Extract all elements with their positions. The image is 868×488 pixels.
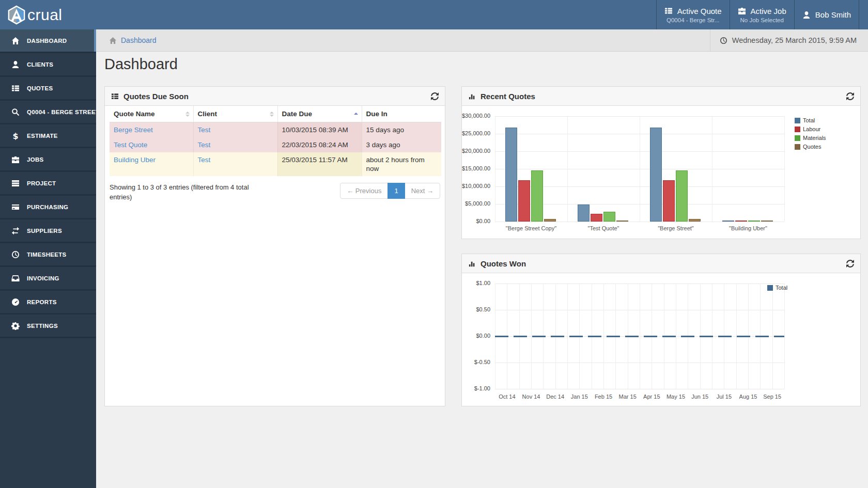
sidebar-item-label: PROJECT [27,180,56,186]
legend-label: Labour [803,126,820,132]
due-in-cell: 15 days ago [362,122,441,138]
table-row: Building UberTest25/03/2015 11:57 AMabou… [110,152,441,176]
legend-swatch [795,127,800,132]
table-row: Berge StreetTest10/03/2015 08:39 AM15 da… [110,122,441,138]
client-link[interactable]: Test [198,141,211,149]
legend-swatch [795,135,800,141]
sort-ascending-icon [354,113,358,116]
page-1-button[interactable]: 1 [388,183,405,199]
dollar-icon: $ [11,132,20,140]
datetime-display: Wednesday, 25 March 2015, 9:59 AM [710,29,868,51]
x-axis-category-label: "Test Quote" [587,225,619,231]
sidebar-item-quotes[interactable]: QUOTES [0,77,96,101]
x-axis-category-label: "Berge Street" [658,225,694,231]
x-axis-month-label: Jan 15 [571,393,588,400]
sidebar-item-jobs[interactable]: JOBS [0,148,96,172]
tasks-icon [11,179,20,187]
y-axis-tick-label: $30,000.00 [462,113,490,119]
topbar-menu: Active Quote Q0004 - Berge Str... Active… [656,0,859,29]
sidebar-item-purchasing[interactable]: PURCHASING [0,196,96,219]
x-axis-month-label: Dec 14 [546,393,564,400]
date-due-cell: 25/03/2015 11:57 AM [277,152,362,176]
column-header-client[interactable]: Client [193,106,277,122]
active-job-menu[interactable]: Active Job No Job Selected [730,0,794,29]
refresh-button[interactable] [846,260,854,267]
sidebar-item-suppliers[interactable]: SUPPLIERS [0,219,96,243]
gridline [784,116,785,222]
sort-icon [185,112,190,117]
quotes-table-body: Berge StreetTest10/03/2015 08:39 AM15 da… [110,122,441,177]
refresh-button[interactable] [846,92,854,100]
x-axis-category-label: "Building Uber" [729,225,767,231]
panel-heading: Quotes Won [462,254,860,273]
breadcrumb: Dashboard [96,36,157,44]
breadcrumb-dashboard-link[interactable]: Dashboard [121,36,157,44]
app-logo[interactable]: crual [0,0,63,29]
topbar: crual Active Quote Q0004 - Berge Str... … [0,0,868,29]
column-header-date-due[interactable]: Date Due [277,106,362,122]
legend-label: Materials [803,135,826,141]
client-link[interactable]: Test [198,126,211,134]
quote-link[interactable]: Test Quote [114,141,147,149]
legend-item: Materials [795,135,826,141]
column-header-quote-name[interactable]: Quote Name [110,106,193,122]
panel-heading: Quotes Due Soon [105,87,445,106]
x-axis-month-label: Sep 15 [763,393,781,400]
quotes-table: Quote Name Client Date Due Due In Berge … [110,106,441,176]
y-axis-tick-label: $1.00 [462,280,490,286]
sidebar-item-label: SETTINGS [27,323,58,329]
sidebar-item-settings[interactable]: SETTINGS [0,314,96,338]
refresh-button[interactable] [431,92,439,100]
sidebar-item-invoicing[interactable]: INVOICING [0,267,96,291]
sidebar-item-clients[interactable]: CLIENTS [0,53,96,77]
gridline [495,116,495,222]
client-cell: Test [193,137,277,152]
legend-label: Total [803,117,815,123]
active-job-value: No Job Selected [740,17,784,23]
sidebar-item-estimate[interactable]: $ESTIMATE [0,124,96,148]
sidebar-item-reports[interactable]: REPORTS [0,291,96,314]
sidebar-item-label: TIMESHEETS [27,251,66,258]
gridline [495,222,784,222]
y-axis-tick-label: $10,000.00 [462,183,490,189]
x-axis-month-label: Apr 15 [643,393,660,400]
legend-item: Labour [795,126,820,132]
briefcase-icon [11,155,20,164]
user-menu[interactable]: Bob Smith [794,0,859,29]
bar-quotes [544,219,556,222]
inbox-icon [11,274,20,282]
bar-quotes [689,219,701,222]
quote-link[interactable]: Berge Street [114,126,153,134]
list-icon [11,84,20,92]
sidebar-item-dashboard[interactable]: DASHBOARD [0,29,96,53]
active-quote-label: Active Quote [677,7,722,15]
legend-swatch [795,118,800,123]
next-page-button[interactable]: Next → [405,183,440,199]
client-link[interactable]: Test [198,156,211,164]
x-axis-month-label: Jun 15 [691,393,708,400]
legend-label: Total [776,285,787,291]
panel-title: Recent Quotes [481,92,535,101]
y-axis-tick-label: $0.00 [462,333,490,339]
recent-quotes-chart: $30,000.00$25,000.00$20,000.00$15,000.00… [462,106,860,239]
quote-link[interactable]: Building Uber [114,156,156,164]
quote-name-cell: Berge Street [110,122,193,138]
total-series-line [495,336,784,337]
user-icon [11,60,20,69]
bar-chart-icon [468,260,476,267]
legend-swatch [795,144,800,150]
sidebar-item-label: PURCHASING [27,204,68,210]
sidebar-item-timesheets[interactable]: TIMESHEETS [0,243,96,267]
previous-page-button[interactable]: ← Previous [340,183,388,199]
sidebar-item-project[interactable]: PROJECT [0,172,96,196]
column-header-due-in[interactable]: Due In [362,106,441,122]
clock-icon [11,250,20,259]
x-axis-month-label: Jul 15 [717,393,732,400]
bar-total [722,221,734,222]
sidebar-item-q0004-berge-street-c[interactable]: Q0004 - BERGE STREET C [0,101,96,124]
panel-title: Quotes Won [481,259,526,268]
active-quote-menu[interactable]: Active Quote Q0004 - Berge Str... [656,0,730,29]
y-axis-tick-label: $20,000.00 [462,148,490,154]
legend-label: Quotes [803,144,821,150]
date-due-cell: 10/03/2015 08:39 AM [277,122,362,138]
